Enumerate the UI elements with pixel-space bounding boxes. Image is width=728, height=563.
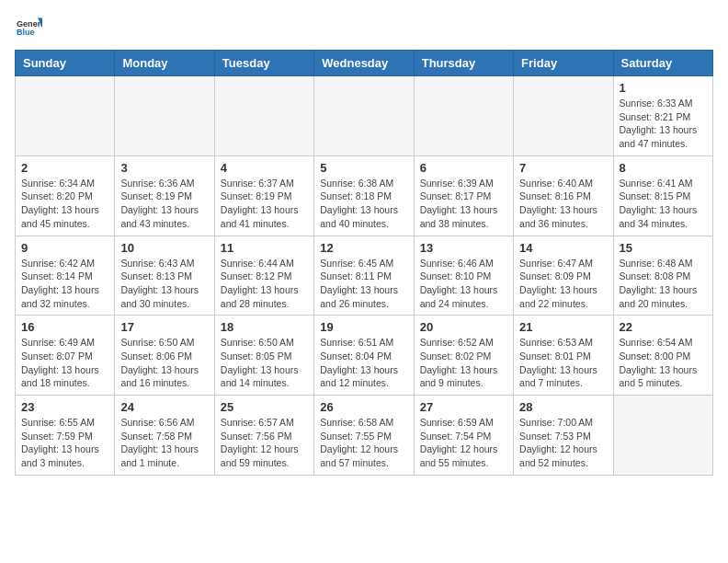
calendar-cell: 11Sunrise: 6:44 AM Sunset: 8:12 PM Dayli…: [214, 236, 313, 316]
day-number: 11: [221, 241, 308, 255]
day-number: 7: [519, 161, 607, 175]
calendar-header-row: SundayMondayTuesdayWednesdayThursdayFrid…: [16, 51, 713, 76]
calendar-week-1: 2Sunrise: 6:34 AM Sunset: 8:20 PM Daylig…: [16, 155, 713, 236]
day-number: 23: [21, 400, 108, 414]
day-number: 8: [620, 161, 707, 175]
day-number: 12: [320, 241, 407, 255]
calendar-cell: 28Sunrise: 7:00 AM Sunset: 7:53 PM Dayli…: [514, 396, 613, 476]
calendar-cell: 4Sunrise: 6:37 AM Sunset: 8:19 PM Daylig…: [214, 155, 313, 236]
day-number: 21: [519, 320, 607, 334]
svg-text:General: General: [17, 19, 42, 29]
header-sunday: Sunday: [16, 51, 115, 76]
day-number: 25: [221, 400, 308, 414]
day-info: Sunrise: 6:42 AM Sunset: 8:14 PM Dayligh…: [21, 257, 108, 311]
calendar-cell: 9Sunrise: 6:42 AM Sunset: 8:14 PM Daylig…: [16, 236, 115, 316]
day-info: Sunrise: 6:33 AM Sunset: 8:21 PM Dayligh…: [620, 97, 707, 151]
day-number: 4: [221, 161, 308, 175]
day-number: 15: [620, 241, 707, 255]
day-number: 5: [320, 161, 407, 175]
day-info: Sunrise: 6:50 AM Sunset: 8:06 PM Dayligh…: [120, 336, 208, 390]
day-number: 17: [120, 320, 208, 334]
day-number: 10: [120, 241, 208, 255]
day-info: Sunrise: 6:46 AM Sunset: 8:10 PM Dayligh…: [420, 257, 507, 311]
calendar-cell: 23Sunrise: 6:55 AM Sunset: 7:59 PM Dayli…: [16, 396, 115, 476]
day-number: 19: [320, 320, 407, 334]
day-info: Sunrise: 6:54 AM Sunset: 8:00 PM Dayligh…: [620, 336, 707, 390]
calendar-cell: [214, 76, 313, 156]
calendar-cell: 27Sunrise: 6:59 AM Sunset: 7:54 PM Dayli…: [414, 396, 513, 476]
day-number: 27: [420, 400, 507, 414]
day-number: 28: [519, 400, 607, 414]
calendar-cell: [414, 76, 513, 156]
calendar-week-3: 16Sunrise: 6:49 AM Sunset: 8:07 PM Dayli…: [16, 316, 713, 396]
header-saturday: Saturday: [613, 51, 712, 76]
logo-icon: General Blue: [17, 15, 42, 40]
day-number: 13: [420, 241, 507, 255]
day-info: Sunrise: 6:57 AM Sunset: 7:56 PM Dayligh…: [221, 416, 308, 470]
svg-text:Blue: Blue: [17, 28, 35, 37]
calendar-cell: 13Sunrise: 6:46 AM Sunset: 8:10 PM Dayli…: [414, 236, 513, 316]
day-info: Sunrise: 6:52 AM Sunset: 8:02 PM Dayligh…: [420, 336, 507, 390]
calendar-cell: 14Sunrise: 6:47 AM Sunset: 8:09 PM Dayli…: [514, 236, 613, 316]
day-number: 18: [221, 320, 308, 334]
day-info: Sunrise: 6:44 AM Sunset: 8:12 PM Dayligh…: [221, 257, 308, 311]
header-wednesday: Wednesday: [314, 51, 414, 76]
day-info: Sunrise: 6:58 AM Sunset: 7:55 PM Dayligh…: [320, 416, 407, 470]
calendar-cell: 24Sunrise: 6:56 AM Sunset: 7:58 PM Dayli…: [115, 396, 214, 476]
calendar-cell: 22Sunrise: 6:54 AM Sunset: 8:00 PM Dayli…: [613, 316, 712, 396]
calendar-cell: 5Sunrise: 6:38 AM Sunset: 8:18 PM Daylig…: [314, 155, 414, 236]
day-number: 6: [420, 161, 507, 175]
day-info: Sunrise: 6:36 AM Sunset: 8:19 PM Dayligh…: [120, 177, 208, 231]
header-thursday: Thursday: [414, 51, 513, 76]
day-info: Sunrise: 6:51 AM Sunset: 8:04 PM Dayligh…: [320, 336, 407, 390]
day-info: Sunrise: 6:56 AM Sunset: 7:58 PM Dayligh…: [120, 416, 208, 470]
calendar-table: SundayMondayTuesdayWednesdayThursdayFrid…: [15, 50, 713, 476]
calendar-cell: [115, 76, 214, 156]
calendar-cell: 6Sunrise: 6:39 AM Sunset: 8:17 PM Daylig…: [414, 155, 513, 236]
calendar-cell: 26Sunrise: 6:58 AM Sunset: 7:55 PM Dayli…: [314, 396, 414, 476]
calendar-week-2: 9Sunrise: 6:42 AM Sunset: 8:14 PM Daylig…: [16, 236, 713, 316]
calendar-cell: 10Sunrise: 6:43 AM Sunset: 8:13 PM Dayli…: [115, 236, 214, 316]
day-info: Sunrise: 6:37 AM Sunset: 8:19 PM Dayligh…: [221, 177, 308, 231]
day-info: Sunrise: 6:48 AM Sunset: 8:08 PM Dayligh…: [620, 257, 707, 311]
calendar-cell: 25Sunrise: 6:57 AM Sunset: 7:56 PM Dayli…: [214, 396, 313, 476]
day-number: 2: [21, 161, 108, 175]
calendar-cell: 15Sunrise: 6:48 AM Sunset: 8:08 PM Dayli…: [613, 236, 712, 316]
calendar-cell: 19Sunrise: 6:51 AM Sunset: 8:04 PM Dayli…: [314, 316, 414, 396]
calendar-cell: [16, 76, 115, 156]
day-info: Sunrise: 6:40 AM Sunset: 8:16 PM Dayligh…: [519, 177, 607, 231]
calendar-cell: 21Sunrise: 6:53 AM Sunset: 8:01 PM Dayli…: [514, 316, 613, 396]
day-number: 24: [120, 400, 208, 414]
calendar-cell: 12Sunrise: 6:45 AM Sunset: 8:11 PM Dayli…: [314, 236, 414, 316]
day-number: 22: [620, 320, 707, 334]
day-info: Sunrise: 6:45 AM Sunset: 8:11 PM Dayligh…: [320, 257, 407, 311]
calendar-cell: [514, 76, 613, 156]
logo: General Blue: [15, 15, 46, 40]
day-info: Sunrise: 6:43 AM Sunset: 8:13 PM Dayligh…: [120, 257, 208, 311]
calendar-cell: [314, 76, 414, 156]
day-info: Sunrise: 6:41 AM Sunset: 8:15 PM Dayligh…: [620, 177, 707, 231]
calendar-week-4: 23Sunrise: 6:55 AM Sunset: 7:59 PM Dayli…: [16, 396, 713, 476]
day-info: Sunrise: 6:53 AM Sunset: 8:01 PM Dayligh…: [519, 336, 607, 390]
day-info: Sunrise: 6:55 AM Sunset: 7:59 PM Dayligh…: [21, 416, 108, 470]
calendar-cell: 8Sunrise: 6:41 AM Sunset: 8:15 PM Daylig…: [613, 155, 712, 236]
day-number: 26: [320, 400, 407, 414]
header-tuesday: Tuesday: [214, 51, 313, 76]
calendar-cell: 17Sunrise: 6:50 AM Sunset: 8:06 PM Dayli…: [115, 316, 214, 396]
calendar-cell: 7Sunrise: 6:40 AM Sunset: 8:16 PM Daylig…: [514, 155, 613, 236]
calendar-cell: 2Sunrise: 6:34 AM Sunset: 8:20 PM Daylig…: [16, 155, 115, 236]
header: General Blue: [15, 15, 713, 40]
day-number: 9: [21, 241, 108, 255]
day-info: Sunrise: 6:38 AM Sunset: 8:18 PM Dayligh…: [320, 177, 407, 231]
calendar-cell: 3Sunrise: 6:36 AM Sunset: 8:19 PM Daylig…: [115, 155, 214, 236]
header-friday: Friday: [514, 51, 613, 76]
calendar-cell: 20Sunrise: 6:52 AM Sunset: 8:02 PM Dayli…: [414, 316, 513, 396]
day-info: Sunrise: 6:47 AM Sunset: 8:09 PM Dayligh…: [519, 257, 607, 311]
day-info: Sunrise: 6:59 AM Sunset: 7:54 PM Dayligh…: [420, 416, 507, 470]
day-number: 14: [519, 241, 607, 255]
calendar-cell: 1Sunrise: 6:33 AM Sunset: 8:21 PM Daylig…: [613, 76, 712, 156]
calendar-cell: [613, 396, 712, 476]
calendar-cell: 16Sunrise: 6:49 AM Sunset: 8:07 PM Dayli…: [16, 316, 115, 396]
day-info: Sunrise: 6:49 AM Sunset: 8:07 PM Dayligh…: [21, 336, 108, 390]
day-info: Sunrise: 6:39 AM Sunset: 8:17 PM Dayligh…: [420, 177, 507, 231]
